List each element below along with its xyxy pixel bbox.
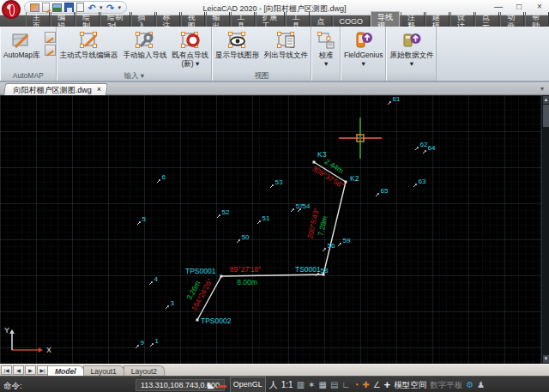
grid-icon[interactable]: ▤ <box>330 377 338 392</box>
layout-nav-icon[interactable]: ◀ <box>13 365 24 375</box>
command-prompt[interactable]: 命令: <box>3 381 22 392</box>
traverse-node[interactable] <box>196 319 199 322</box>
ribbon-minimize-icon[interactable]: ▾ <box>540 85 544 93</box>
ribbon-button-traverse-doc[interactable]: 列出导线文件 <box>262 28 311 61</box>
ribbon-button-calibrate[interactable]: 校准 ▾ <box>312 28 340 69</box>
document-tab[interactable]: 向阳村棚户区测图.dwg × <box>3 83 108 95</box>
marker-toggle-icon[interactable]: ▬ <box>218 377 226 392</box>
ribbon-button-label: FieldGenius ▾ <box>344 51 383 68</box>
rawdata-icon <box>401 29 423 51</box>
ribbon-button-automap[interactable]: AutoMap库 <box>1 28 43 61</box>
point-dot <box>139 221 141 223</box>
opengl-badge[interactable]: OpenGL <box>230 377 266 392</box>
ucs-y-arrow-icon <box>9 329 15 334</box>
point-dot <box>377 193 379 195</box>
maximize-button[interactable]: □ <box>513 2 525 11</box>
ribbon: AutoMap库AutoMAP主动式导线编辑器手动输入导线既有点导线 (新) ▾… <box>0 27 549 82</box>
fieldgenius-icon <box>353 29 375 51</box>
point-label: 51 <box>262 214 270 222</box>
traverse-node[interactable] <box>313 161 316 164</box>
document-tab-strip: 向阳村棚户区测图.dwg × ▾ <box>0 82 549 95</box>
tracking-icon[interactable]: ✚ <box>362 377 369 392</box>
point-label: 53 <box>275 178 283 186</box>
annotation-person-icon[interactable]: 人 <box>269 377 278 392</box>
automap-small-icon[interactable] <box>45 45 56 56</box>
document-tab-close-icon[interactable]: × <box>97 85 101 95</box>
traverse-node[interactable] <box>220 275 223 278</box>
ribbon-tab-12[interactable]: COGO <box>333 16 371 27</box>
minimize-button[interactable]: — <box>492 2 504 11</box>
settings-gear-icon[interactable]: ⚙ <box>466 377 474 392</box>
point-dot <box>324 248 326 250</box>
ribbon-group-视图: 显示导线图形列出导线文件视图 <box>212 27 311 81</box>
app-logo-icon[interactable] <box>2 0 21 19</box>
traverse-node-label: K2 <box>350 174 359 183</box>
document-tab-title: 向阳村棚户区测图.dwg <box>14 85 92 95</box>
angle-icon[interactable]: ∠ <box>373 377 381 392</box>
traverse-doc-icon <box>275 29 298 51</box>
point-label: 61 <box>393 95 401 103</box>
point-label: 50 <box>242 233 250 241</box>
point-dot <box>425 150 426 152</box>
ribbon-group-label: 视图 <box>213 70 311 81</box>
scroll-up-icon[interactable]: ▲ <box>543 96 549 104</box>
ucs-y-label: Y <box>4 326 9 335</box>
ucs-x-arrow-icon <box>39 347 43 353</box>
ribbon-button-traverse-ring[interactable]: 既有点导线 (新) ▾ <box>170 28 212 69</box>
scroll-down-icon[interactable]: ▼ <box>543 355 549 363</box>
layout-tab-layout2[interactable]: Layout2 <box>124 365 165 376</box>
point-label: 5 <box>142 215 147 223</box>
ribbon-button-rawdata[interactable]: 原始数据文件 ▾ <box>387 28 436 69</box>
user-icon[interactable]: ♟ <box>477 377 485 392</box>
vertical-scrollbar[interactable]: ▲ ▼ <box>541 95 549 364</box>
layout-tab-layout1[interactable]: Layout1 <box>83 365 124 376</box>
ortho-icon[interactable]: ∟ <box>341 377 350 392</box>
ribbon-group-label: AutoMAP <box>1 70 56 81</box>
status-icon-row: ◣▬OpenGL人1:1▥✶▦▤∟◔✚∠+模型空间数字平板⚙♟ <box>208 377 485 392</box>
point-label: 65 <box>381 187 389 195</box>
point-label: 52 <box>222 208 230 216</box>
ribbon-tab-11[interactable]: 点 <box>311 16 332 27</box>
drawing-canvas[interactable]: K3K2TS0001TPS0001TPS00022.44m309°37'56"2… <box>0 95 549 364</box>
ribbon-button-traverse-edit[interactable]: 主动式导线编辑器 <box>57 28 121 61</box>
automap-small-icon[interactable] <box>45 32 56 43</box>
crosshair-icon[interactable]: + <box>384 377 391 392</box>
osnap-icon[interactable]: ▦ <box>318 377 326 392</box>
traverse-segment[interactable] <box>323 182 346 274</box>
traverse-node-label: TPS0001 <box>185 267 216 275</box>
model-space-label[interactable]: 模型空间 <box>394 377 426 392</box>
polar-icon[interactable]: ✶ <box>308 377 315 392</box>
layout-tab-bar: |◀◀▶▶|ModelLayout1Layout2 <box>0 364 549 376</box>
traverse-drawing: K3K2TS0001TPS0001TPS00022.44m309°37'56"2… <box>0 95 549 364</box>
point-label: 6 <box>162 173 166 181</box>
traverse-node-label: TS0001 <box>295 265 321 274</box>
ribbon-button-traverse-eye[interactable]: 显示导线图形 <box>213 28 262 61</box>
layout-nav-icon[interactable]: ▶ <box>25 365 36 375</box>
ucs-x-label: X <box>46 346 51 354</box>
ribbon-button-traverse-wrench[interactable]: 手动输入导线 <box>121 28 170 61</box>
point-dot <box>417 147 419 148</box>
point-label: 3 <box>171 299 175 307</box>
traverse-segment[interactable] <box>221 274 323 276</box>
close-button[interactable]: × <box>534 2 546 11</box>
draft-triangle-icon[interactable]: ◣ <box>208 377 214 392</box>
ribbon-button-label: 列出导线文件 <box>264 51 308 60</box>
angle-annotation: 89°27'18" <box>230 265 261 274</box>
snap-icon[interactable]: ▥ <box>297 377 305 392</box>
point-label: 63 <box>419 178 426 185</box>
point-dot <box>299 208 301 210</box>
traverse-eye-icon <box>226 29 249 51</box>
point-label: 1 <box>155 337 160 345</box>
layout-nav-icon[interactable]: |◀ <box>1 365 12 375</box>
scrollbar-thumb[interactable] <box>543 105 549 127</box>
ribbon-button-label: 原始数据文件 ▾ <box>389 51 433 68</box>
automap-icon <box>10 29 33 51</box>
annotation-scale[interactable]: 1:1 <box>281 377 293 392</box>
ribbon-button-fieldgenius[interactable]: FieldGenius ▾ <box>341 28 385 69</box>
layout-tab-model[interactable]: Model <box>47 365 84 376</box>
ribbon-group-calibrate: 校准 ▾ <box>311 27 341 81</box>
status-bar: 命令: 113.310,108.743,0.000 ◣▬OpenGL人1:1▥✶… <box>0 376 549 392</box>
time-icon[interactable]: ◔ <box>353 377 359 392</box>
point-dot <box>415 184 417 185</box>
point-label: 64 <box>428 144 436 152</box>
